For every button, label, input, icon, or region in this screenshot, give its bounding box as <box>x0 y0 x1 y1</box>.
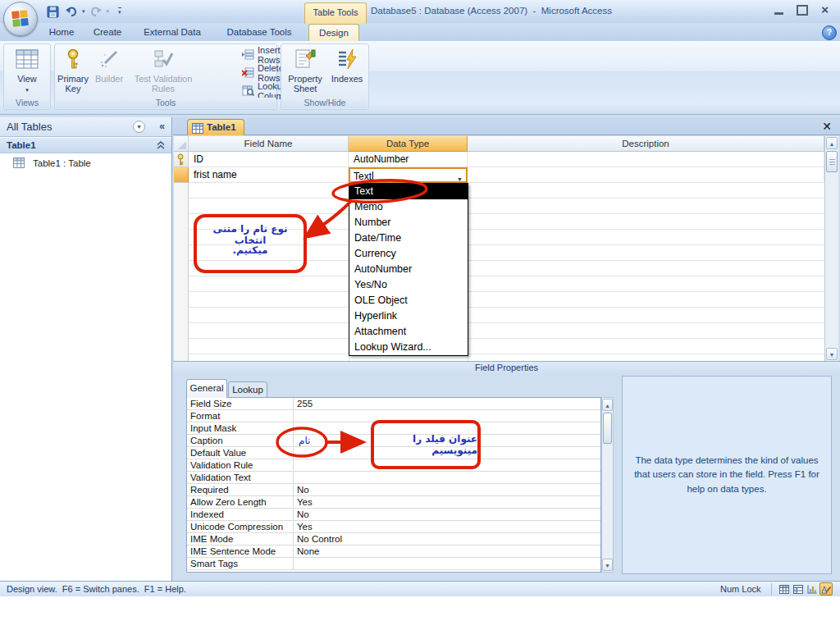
nav-pane-header[interactable]: All Tables ▼ « <box>0 117 171 137</box>
test-validation-rules-button[interactable]: Test Validation Rules <box>130 47 196 94</box>
property-value[interactable] <box>294 459 600 471</box>
minimize-icon[interactable] <box>774 12 783 15</box>
row-selector-frist-name[interactable] <box>174 167 189 183</box>
group-label-show-hide: Show/Hide <box>282 98 368 108</box>
property-value[interactable] <box>294 410 600 422</box>
description-cell[interactable] <box>468 152 824 167</box>
property-sheet-button[interactable]: Property Sheet <box>283 47 327 94</box>
indexes-button[interactable]: Indexes <box>327 47 367 84</box>
property-value[interactable]: Yes <box>294 496 600 508</box>
workspace: All Tables ▼ « Table1 Table1 : Table Tab… <box>0 115 840 581</box>
description-cell[interactable] <box>468 167 824 183</box>
tab-create[interactable]: Create <box>87 24 128 41</box>
data-type-cell[interactable]: AutoNumber <box>349 152 468 167</box>
datatype-option[interactable]: OLE Object <box>349 293 468 308</box>
grid-corner-header[interactable] <box>174 136 189 152</box>
datatype-option[interactable]: Yes/No <box>349 277 468 293</box>
property-help-text: The data type determines the kind of val… <box>623 454 831 496</box>
datatype-option[interactable]: Number <box>349 215 468 231</box>
tab-general[interactable]: General <box>186 379 227 398</box>
tab-database-tools[interactable]: Database Tools <box>217 24 302 41</box>
design-view-button[interactable] <box>819 582 833 596</box>
tab-lookup[interactable]: Lookup <box>228 381 267 398</box>
property-value[interactable]: 255 <box>294 398 600 409</box>
datatype-option[interactable]: Hyperlink <box>349 308 468 324</box>
pivotchart-view-button[interactable] <box>806 582 819 596</box>
field-name-cell[interactable]: ID <box>189 152 349 167</box>
close-icon[interactable]: × <box>821 4 829 16</box>
datatype-option[interactable]: Text <box>349 184 468 199</box>
nav-pane-menu-icon[interactable]: ▼ <box>133 121 145 133</box>
redo-icon[interactable] <box>88 4 104 19</box>
column-header-description[interactable]: Description <box>468 136 824 152</box>
builder-wand-icon <box>89 48 129 71</box>
redo-dropdown-icon[interactable]: ▾ <box>107 8 110 15</box>
ribbon-tab-row: Home Create External Data Database Tools… <box>0 23 840 41</box>
tab-home[interactable]: Home <box>43 24 80 41</box>
grid-scrollbar[interactable]: ▲ ▼ <box>824 136 838 361</box>
pivottable-view-button[interactable] <box>792 582 805 596</box>
datatype-option[interactable]: Memo <box>349 199 468 215</box>
property-label: Default Value <box>187 447 294 459</box>
property-value[interactable]: No <box>294 509 600 520</box>
scroll-down-icon[interactable]: ▼ <box>602 559 613 571</box>
scrollbar-thumb[interactable] <box>826 151 838 172</box>
datatype-option[interactable]: Attachment <box>349 324 468 340</box>
property-row: IME ModeNo Control <box>187 533 600 546</box>
customize-qat-icon[interactable]: ▾ <box>118 7 121 16</box>
property-value[interactable] <box>294 447 600 459</box>
save-icon[interactable] <box>44 4 61 19</box>
tab-design[interactable]: Design <box>308 24 359 41</box>
property-value[interactable] <box>294 558 600 569</box>
property-scrollbar[interactable]: ▲ ▼ <box>601 397 614 573</box>
datasheet-view-button[interactable] <box>778 582 791 596</box>
field-name-cell[interactable]: frist name <box>189 167 349 183</box>
datatype-option[interactable]: Lookup Wizard... <box>349 340 468 355</box>
undo-icon[interactable] <box>63 4 80 19</box>
property-row: IME Sentence ModeNone <box>187 546 600 558</box>
scrollbar-thumb[interactable] <box>603 413 612 444</box>
document-tab-table1[interactable]: Table1 <box>187 119 244 135</box>
datatype-option[interactable]: AutoNumber <box>349 262 468 277</box>
builder-button[interactable]: Builder <box>89 47 129 84</box>
property-row: Input Mask <box>187 422 600 435</box>
property-value[interactable]: No <box>294 484 600 495</box>
view-button[interactable]: View ▾ <box>7 47 47 95</box>
delete-rows-button[interactable]: Delete Rows <box>242 66 284 80</box>
primary-key-button[interactable]: Primary Key <box>57 47 89 94</box>
property-value[interactable] <box>294 472 600 483</box>
nav-pane-collapse-icon[interactable]: « <box>159 121 165 132</box>
maximize-icon[interactable] <box>797 5 808 16</box>
datatype-option[interactable]: Date/Time <box>349 231 468 246</box>
column-header-field-name[interactable]: Field Name <box>189 136 349 152</box>
lookup-column-icon <box>242 85 254 98</box>
scroll-up-icon[interactable]: ▲ <box>826 137 838 149</box>
grid-empty-rows[interactable] <box>189 183 824 361</box>
nav-item-table1[interactable]: Table1 : Table <box>0 156 171 171</box>
indexes-icon <box>327 48 367 71</box>
undo-dropdown-icon[interactable]: ▾ <box>82 8 85 15</box>
datatype-option[interactable]: Currency <box>349 246 468 262</box>
design-view-icon <box>821 585 831 594</box>
property-value[interactable]: Yes <box>294 521 600 532</box>
help-icon[interactable]: ? <box>822 25 837 40</box>
column-header-data-type[interactable]: Data Type <box>349 136 468 152</box>
insert-rows-button[interactable]: Insert Rows <box>242 48 281 62</box>
property-value[interactable]: نام <box>294 435 600 446</box>
scroll-down-icon[interactable]: ▼ <box>826 348 838 360</box>
row-selector-id[interactable] <box>174 152 189 167</box>
nav-group-header[interactable]: Table1 <box>0 138 171 153</box>
office-button[interactable] <box>3 2 38 36</box>
property-value[interactable] <box>294 422 600 434</box>
close-document-icon[interactable]: ✕ <box>822 120 832 133</box>
scroll-up-icon[interactable]: ▲ <box>602 399 613 411</box>
row-selector-strip[interactable] <box>174 183 189 361</box>
property-value[interactable]: No Control <box>294 533 600 545</box>
data-type-cell-active[interactable]: Text ▼ <box>349 167 468 183</box>
property-label: Smart Tags <box>187 558 294 569</box>
ribbon-group-views: View ▾ Views <box>3 43 51 110</box>
pivotchart-view-icon <box>807 585 817 594</box>
access-window: Table Tools Database5 : Database (Access… <box>0 0 840 630</box>
property-value[interactable]: None <box>294 546 600 557</box>
tab-external-data[interactable]: External Data <box>135 24 210 41</box>
